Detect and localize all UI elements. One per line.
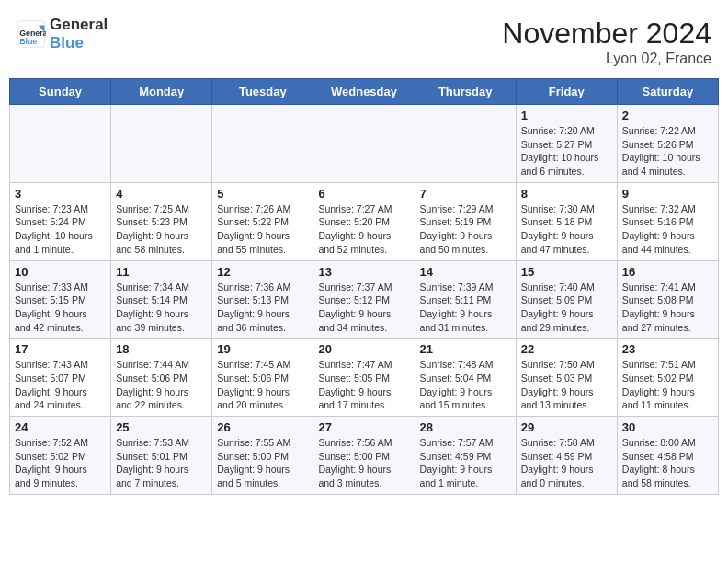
calendar-cell: 10Sunrise: 7:33 AM Sunset: 5:15 PM Dayli… bbox=[10, 260, 111, 339]
calendar-cell bbox=[212, 105, 313, 183]
day-info: Sunrise: 7:30 AM Sunset: 5:18 PM Dayligh… bbox=[521, 202, 612, 257]
calendar-cell: 17Sunrise: 7:43 AM Sunset: 5:07 PM Dayli… bbox=[10, 339, 111, 417]
day-info: Sunrise: 7:51 AM Sunset: 5:02 PM Dayligh… bbox=[622, 358, 713, 412]
day-number: 26 bbox=[217, 420, 308, 434]
day-info: Sunrise: 7:45 AM Sunset: 5:06 PM Dayligh… bbox=[217, 358, 308, 412]
day-info: Sunrise: 7:39 AM Sunset: 5:11 PM Dayligh… bbox=[420, 281, 511, 335]
calendar-cell: 6Sunrise: 7:27 AM Sunset: 5:20 PM Daylig… bbox=[313, 182, 415, 260]
calendar-cell: 28Sunrise: 7:57 AM Sunset: 4:59 PM Dayli… bbox=[415, 417, 516, 495]
day-number: 13 bbox=[318, 265, 409, 279]
day-number: 15 bbox=[521, 265, 612, 279]
day-info: Sunrise: 7:55 AM Sunset: 5:00 PM Dayligh… bbox=[217, 436, 308, 490]
calendar-cell: 16Sunrise: 7:41 AM Sunset: 5:08 PM Dayli… bbox=[617, 260, 718, 339]
calendar-cell: 26Sunrise: 7:55 AM Sunset: 5:00 PM Dayli… bbox=[212, 417, 313, 495]
day-info: Sunrise: 7:43 AM Sunset: 5:07 PM Dayligh… bbox=[15, 358, 106, 412]
day-info: Sunrise: 7:37 AM Sunset: 5:12 PM Dayligh… bbox=[318, 281, 409, 335]
calendar-cell: 4Sunrise: 7:25 AM Sunset: 5:23 PM Daylig… bbox=[111, 182, 212, 260]
day-number: 20 bbox=[318, 342, 409, 356]
calendar-cell: 19Sunrise: 7:45 AM Sunset: 5:06 PM Dayli… bbox=[212, 339, 313, 417]
title-area: November 2024 Lyon 02, France bbox=[502, 17, 711, 67]
week-row-1: 3Sunrise: 7:23 AM Sunset: 5:24 PM Daylig… bbox=[10, 182, 719, 260]
calendar-cell: 13Sunrise: 7:37 AM Sunset: 5:12 PM Dayli… bbox=[313, 260, 415, 339]
calendar-cell: 22Sunrise: 7:50 AM Sunset: 5:03 PM Dayli… bbox=[516, 339, 617, 417]
day-info: Sunrise: 7:56 AM Sunset: 5:00 PM Dayligh… bbox=[318, 436, 409, 490]
calendar-cell: 25Sunrise: 7:53 AM Sunset: 5:01 PM Dayli… bbox=[111, 417, 212, 495]
week-row-3: 17Sunrise: 7:43 AM Sunset: 5:07 PM Dayli… bbox=[10, 339, 719, 417]
calendar-cell: 1Sunrise: 7:20 AM Sunset: 5:27 PM Daylig… bbox=[516, 105, 617, 183]
day-number: 29 bbox=[521, 420, 612, 434]
page-header: General Blue General Blue November 2024 … bbox=[9, 9, 719, 71]
calendar-cell: 12Sunrise: 7:36 AM Sunset: 5:13 PM Dayli… bbox=[212, 260, 313, 339]
month-title: November 2024 bbox=[502, 17, 711, 51]
day-info: Sunrise: 7:47 AM Sunset: 5:05 PM Dayligh… bbox=[318, 358, 409, 412]
calendar-cell: 29Sunrise: 7:58 AM Sunset: 4:59 PM Dayli… bbox=[516, 417, 617, 495]
calendar-cell: 8Sunrise: 7:30 AM Sunset: 5:18 PM Daylig… bbox=[516, 182, 617, 260]
calendar-cell bbox=[313, 105, 415, 183]
day-info: Sunrise: 7:29 AM Sunset: 5:19 PM Dayligh… bbox=[420, 202, 511, 257]
day-number: 7 bbox=[420, 187, 511, 201]
day-info: Sunrise: 7:32 AM Sunset: 5:16 PM Dayligh… bbox=[622, 202, 713, 257]
day-number: 2 bbox=[622, 109, 713, 122]
calendar-cell bbox=[10, 105, 111, 183]
day-number: 5 bbox=[217, 187, 308, 201]
calendar-cell: 9Sunrise: 7:32 AM Sunset: 5:16 PM Daylig… bbox=[617, 182, 718, 260]
day-info: Sunrise: 7:36 AM Sunset: 5:13 PM Dayligh… bbox=[217, 281, 308, 335]
day-number: 11 bbox=[116, 265, 207, 279]
logo-blue-text: Blue bbox=[50, 34, 108, 52]
day-number: 10 bbox=[15, 265, 106, 279]
day-number: 4 bbox=[116, 187, 207, 201]
day-number: 30 bbox=[622, 420, 713, 434]
week-row-4: 24Sunrise: 7:52 AM Sunset: 5:02 PM Dayli… bbox=[10, 417, 719, 495]
weekday-header-thursday: Thursday bbox=[415, 79, 516, 105]
weekday-header-saturday: Saturday bbox=[617, 79, 718, 105]
weekday-header-row: SundayMondayTuesdayWednesdayThursdayFrid… bbox=[10, 79, 719, 105]
day-number: 23 bbox=[622, 342, 713, 356]
weekday-header-sunday: Sunday bbox=[10, 79, 111, 105]
day-info: Sunrise: 7:53 AM Sunset: 5:01 PM Dayligh… bbox=[116, 436, 207, 490]
logo: General Blue General Blue bbox=[17, 17, 108, 52]
logo-general-text: General bbox=[50, 17, 108, 34]
calendar-cell: 27Sunrise: 7:56 AM Sunset: 5:00 PM Dayli… bbox=[313, 417, 415, 495]
calendar-cell: 5Sunrise: 7:26 AM Sunset: 5:22 PM Daylig… bbox=[212, 182, 313, 260]
day-info: Sunrise: 7:52 AM Sunset: 5:02 PM Dayligh… bbox=[15, 436, 106, 490]
calendar-cell: 20Sunrise: 7:47 AM Sunset: 5:05 PM Dayli… bbox=[313, 339, 415, 417]
calendar-cell: 3Sunrise: 7:23 AM Sunset: 5:24 PM Daylig… bbox=[10, 182, 111, 260]
day-number: 19 bbox=[217, 342, 308, 356]
day-info: Sunrise: 7:57 AM Sunset: 4:59 PM Dayligh… bbox=[420, 436, 511, 490]
day-number: 25 bbox=[116, 420, 207, 434]
weekday-header-friday: Friday bbox=[516, 79, 617, 105]
day-number: 21 bbox=[420, 342, 511, 356]
calendar-cell bbox=[415, 105, 516, 183]
day-number: 1 bbox=[521, 109, 612, 122]
day-info: Sunrise: 7:48 AM Sunset: 5:04 PM Dayligh… bbox=[420, 358, 511, 412]
calendar-cell: 24Sunrise: 7:52 AM Sunset: 5:02 PM Dayli… bbox=[10, 417, 111, 495]
weekday-header-tuesday: Tuesday bbox=[212, 79, 313, 105]
day-info: Sunrise: 7:40 AM Sunset: 5:09 PM Dayligh… bbox=[521, 281, 612, 335]
calendar-cell: 15Sunrise: 7:40 AM Sunset: 5:09 PM Dayli… bbox=[516, 260, 617, 339]
day-number: 3 bbox=[15, 187, 106, 201]
day-number: 22 bbox=[521, 342, 612, 356]
week-row-2: 10Sunrise: 7:33 AM Sunset: 5:15 PM Dayli… bbox=[10, 260, 719, 339]
day-number: 28 bbox=[420, 420, 511, 434]
day-number: 27 bbox=[318, 420, 409, 434]
calendar-cell: 18Sunrise: 7:44 AM Sunset: 5:06 PM Dayli… bbox=[111, 339, 212, 417]
day-number: 12 bbox=[217, 265, 308, 279]
weekday-header-wednesday: Wednesday bbox=[313, 79, 415, 105]
calendar-cell: 30Sunrise: 8:00 AM Sunset: 4:58 PM Dayli… bbox=[617, 417, 718, 495]
day-info: Sunrise: 7:25 AM Sunset: 5:23 PM Dayligh… bbox=[116, 202, 207, 257]
day-info: Sunrise: 7:20 AM Sunset: 5:27 PM Dayligh… bbox=[521, 124, 612, 178]
svg-text:General: General bbox=[19, 29, 46, 38]
day-number: 8 bbox=[521, 187, 612, 201]
day-info: Sunrise: 7:58 AM Sunset: 4:59 PM Dayligh… bbox=[521, 436, 612, 490]
day-info: Sunrise: 8:00 AM Sunset: 4:58 PM Dayligh… bbox=[622, 436, 713, 490]
day-info: Sunrise: 7:41 AM Sunset: 5:08 PM Dayligh… bbox=[622, 281, 713, 335]
calendar-cell: 23Sunrise: 7:51 AM Sunset: 5:02 PM Dayli… bbox=[617, 339, 718, 417]
day-info: Sunrise: 7:22 AM Sunset: 5:26 PM Dayligh… bbox=[622, 124, 713, 178]
day-number: 14 bbox=[420, 265, 511, 279]
day-number: 16 bbox=[622, 265, 713, 279]
calendar-cell: 21Sunrise: 7:48 AM Sunset: 5:04 PM Dayli… bbox=[415, 339, 516, 417]
day-number: 6 bbox=[318, 187, 409, 201]
logo-icon: General Blue bbox=[17, 19, 46, 49]
day-info: Sunrise: 7:27 AM Sunset: 5:20 PM Dayligh… bbox=[318, 202, 409, 257]
day-info: Sunrise: 7:26 AM Sunset: 5:22 PM Dayligh… bbox=[217, 202, 308, 257]
